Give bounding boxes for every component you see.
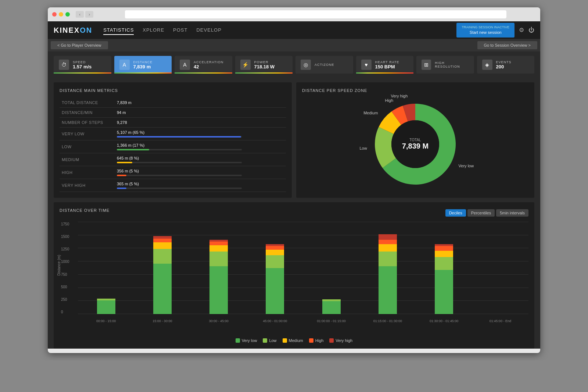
donut-label-medium: Medium <box>363 111 378 115</box>
tile-info-actizone: ACTIZONE <box>315 63 334 67</box>
metric-value: 94 m <box>115 108 286 118</box>
y-label: 1500 <box>61 235 69 239</box>
metric-tile-events[interactable]: ◈ EVENTS 200 <box>477 56 535 74</box>
tile-value-speed: 1.57 m/s <box>73 64 92 70</box>
minimize-button[interactable] <box>59 12 63 17</box>
bar-segment <box>153 236 172 239</box>
bar-segment <box>209 266 228 314</box>
nav-xplore[interactable]: XPLORE <box>143 26 164 35</box>
bar-stack <box>379 234 397 314</box>
bar-segment <box>153 264 172 314</box>
y-axis-labels: 02505007501000125015001750 <box>60 222 71 314</box>
metric-tile-highres[interactable]: ⊞ HIGH RESOLUTION <box>416 56 474 74</box>
bar-segment <box>435 251 453 257</box>
bar-segment <box>266 246 284 250</box>
metric-tiles: ⏱ SPEED 1.57 m/s A DISTANCE 7,839 m A AC… <box>48 51 540 78</box>
metric-tile-distance[interactable]: A DISTANCE 7,839 m <box>114 56 172 74</box>
chart-tab-5min-intervals[interactable]: 5min intervals <box>496 209 528 217</box>
tile-icon-heartrate: ♥ <box>361 60 372 70</box>
legend-label: Very high <box>336 338 352 343</box>
nav-links: STATISTICS XPLORE POST DEVELOP <box>103 26 222 35</box>
metric-value: 7,839 m <box>115 98 286 108</box>
y-label: 500 <box>61 285 69 289</box>
metric-value: 365 m (5 %) <box>115 179 286 192</box>
legend-dot <box>236 338 240 343</box>
x-label: 01:15:00 - 01:30:00 <box>373 319 402 323</box>
metric-label: VERY LOW <box>60 128 115 140</box>
bar-segment <box>153 239 172 242</box>
chart-tab-percentiles[interactable]: Percentiles <box>467 209 495 217</box>
metric-tile-acceleration[interactable]: A ACCELERATION 42 <box>175 56 232 74</box>
metric-tile-actizone[interactable]: ◎ ACTIZONE <box>295 56 353 74</box>
legend-item-high: High <box>309 338 324 343</box>
title-bar: ‹ › <box>48 7 540 21</box>
legend-dot <box>263 338 267 343</box>
metric-label: LOW <box>60 140 115 153</box>
url-bar[interactable] <box>125 10 506 18</box>
start-session-button[interactable]: TRAINING SESSION INACTIVE Start new sess… <box>456 23 514 38</box>
bar-segment <box>209 252 228 266</box>
chart-header: DISTANCE OVER TIME DecilesPercentiles5mi… <box>60 208 528 218</box>
chart-tab-deciles[interactable]: Deciles <box>445 209 466 217</box>
metric-tile-speed[interactable]: ⏱ SPEED 1.57 m/s <box>54 56 111 74</box>
tile-info-events: EVENTS 200 <box>496 60 512 70</box>
donut-chart: Very lowLowMediumHighVery high <box>368 96 463 192</box>
y-label: 1000 <box>61 260 69 264</box>
metric-label: MEDIUM <box>60 153 115 166</box>
tile-label-speed: SPEED <box>73 60 92 64</box>
donut-label-very-high: Very high <box>391 94 408 98</box>
x-label: 00:00 - 15:00 <box>96 319 116 323</box>
legend-label: Medium <box>289 338 303 343</box>
metrics-panel-title: DISTANCE MAIN METRICS <box>60 88 286 93</box>
breadcrumb-right[interactable]: Go to Session Overview > <box>477 41 537 49</box>
maximize-button[interactable] <box>65 12 70 17</box>
nav-post[interactable]: POST <box>173 26 187 35</box>
y-label: 750 <box>61 272 69 277</box>
table-row: DISTANCE/MIN 94 m <box>60 108 286 118</box>
bar-segment <box>322 301 341 314</box>
bar-group: 01:30:00 - 01:45:00 <box>416 222 472 314</box>
tile-info-distance: DISTANCE 7,839 m <box>133 60 153 70</box>
start-label: Start new session <box>470 30 502 35</box>
donut-label-low: Low <box>359 146 367 150</box>
bar-stack <box>322 299 341 314</box>
legend-label: Low <box>269 338 276 343</box>
chart-title: DISTANCE OVER TIME <box>60 208 110 213</box>
metric-label: NUMBER OF STEPS <box>60 118 115 128</box>
nav-right: TRAINING SESSION INACTIVE Start new sess… <box>456 23 534 38</box>
metrics-table: TOTAL DISTANCE 7,839 m DISTANCE/MIN 94 m… <box>60 98 286 192</box>
nav-develop[interactable]: DEVELOP <box>196 26 221 35</box>
tile-icon-distance: A <box>119 60 130 70</box>
main-content: DISTANCE MAIN METRICS TOTAL DISTANCE 7,8… <box>48 78 540 202</box>
bar-segment <box>266 268 284 314</box>
breadcrumb-bar: < Go to Player Overview Go to Session Ov… <box>48 39 540 51</box>
settings-icon[interactable]: ⚙ <box>519 26 524 33</box>
x-label: 15:00 - 30:00 <box>153 319 172 323</box>
legend-dot <box>329 338 334 343</box>
bar-stack <box>153 236 172 314</box>
nav-statistics[interactable]: STATISTICS <box>103 26 134 35</box>
tile-icon-power: ⚡ <box>240 60 251 70</box>
metric-value: 9,278 <box>115 118 286 128</box>
back-arrow[interactable]: ‹ <box>76 11 84 18</box>
metric-tile-heartrate[interactable]: ♥ HEART RATE 150 BPM <box>356 56 414 74</box>
bar-group: 01:45:00 - End <box>472 222 528 314</box>
bar-segment <box>435 270 453 314</box>
tile-info-power: POWER 718.18 W <box>254 60 275 70</box>
tile-label-actizone: ACTIZONE <box>315 63 334 67</box>
logo: KINEXON <box>54 26 92 35</box>
legend-item-very-high: Very high <box>329 338 352 343</box>
breadcrumb-left[interactable]: < Go to Player Overview <box>51 41 108 49</box>
tile-icon-highres: ⊞ <box>422 60 431 70</box>
table-row: VERY HIGH 365 m (5 %) <box>60 179 286 192</box>
power-icon[interactable]: ⏻ <box>528 27 534 33</box>
donut-label-very-low: Very low <box>459 164 474 168</box>
forward-arrow[interactable]: › <box>85 11 93 18</box>
donut-panel: DISTANCE PER SPEED ZONE Very lowLowMediu… <box>296 82 534 198</box>
close-button[interactable] <box>52 12 57 17</box>
metric-tile-power[interactable]: ⚡ POWER 718.18 W <box>235 56 293 74</box>
metric-value: 5,107 m (65 %) <box>115 128 286 140</box>
table-row: MEDIUM 645 m (8 %) <box>60 153 286 166</box>
metric-label: TOTAL DISTANCE <box>60 98 115 108</box>
legend-item-low: Low <box>263 338 276 343</box>
